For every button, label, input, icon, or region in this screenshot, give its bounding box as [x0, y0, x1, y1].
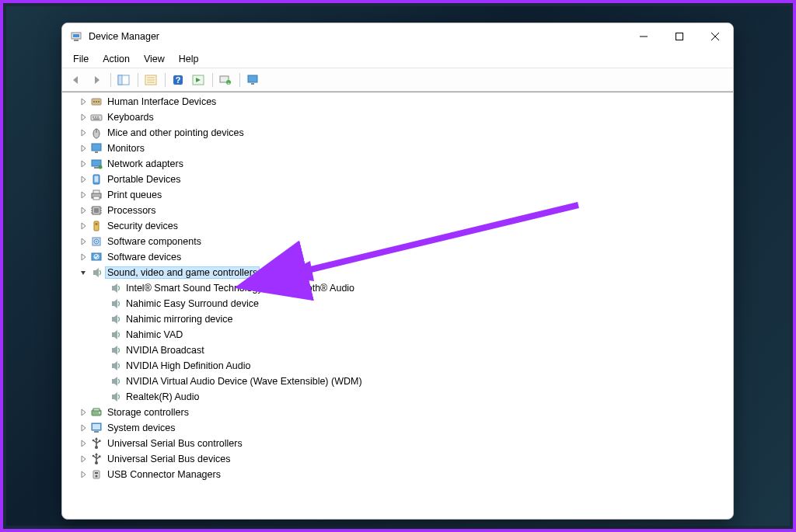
expander-spacer [96, 329, 107, 340]
tree-device[interactable]: Nahimic VAD [62, 327, 733, 342]
expander-icon[interactable] [78, 407, 89, 418]
svg-rect-1 [73, 34, 79, 37]
sound-icon [109, 313, 121, 325]
toolbar-separator [212, 73, 213, 87]
tree-category[interactable]: Sound, video and game controllers [62, 265, 733, 280]
expander-icon[interactable] [78, 454, 89, 464]
minimize-button[interactable] [626, 23, 662, 50]
svg-point-23 [93, 101, 95, 103]
expander-icon[interactable] [78, 190, 89, 200]
tree-category[interactable]: Human Interface Devices [62, 94, 733, 110]
expander-spacer [96, 360, 107, 371]
tree-category[interactable]: System devices [62, 420, 733, 436]
expander-icon[interactable] [78, 158, 89, 169]
printer-icon [90, 189, 103, 201]
tree-label: Network adapters [106, 158, 185, 169]
menu-action[interactable]: Action [96, 52, 136, 66]
tree-label: Software components [106, 236, 203, 247]
tree-device[interactable]: Nahimic mirroring device [62, 311, 733, 327]
menu-file[interactable]: File [67, 52, 95, 66]
expander-icon[interactable] [78, 143, 89, 154]
svg-marker-75 [114, 392, 117, 402]
expander-icon[interactable] [78, 252, 89, 263]
system-icon [90, 422, 103, 434]
expander-icon[interactable] [78, 438, 89, 449]
expander-icon[interactable] [78, 469, 89, 480]
monitor-button[interactable] [243, 71, 262, 89]
menu-help[interactable]: Help [173, 52, 205, 66]
svg-point-25 [98, 101, 100, 103]
tree-device[interactable]: Nahimic Easy Surround device [62, 296, 733, 311]
svg-rect-72 [112, 379, 114, 384]
svg-marker-73 [114, 377, 117, 386]
usbconn-icon [90, 468, 103, 481]
tree-category[interactable]: Software components [62, 234, 733, 249]
tree-label: USB Connector Managers [106, 469, 222, 480]
tree-category[interactable]: Storage controllers [62, 405, 733, 420]
tree-device[interactable]: Intel® Smart Sound Technology for Blueto… [62, 280, 733, 296]
tree-category[interactable]: Processors [62, 203, 733, 218]
svg-rect-94 [99, 456, 101, 458]
sound-icon [109, 297, 121, 310]
svg-text:+: + [227, 80, 230, 85]
tree-label: Storage controllers [106, 407, 190, 418]
tree-category[interactable]: Portable Devices [62, 172, 733, 187]
device-tree[interactable]: Human Interface DevicesKeyboardsMice and… [62, 92, 733, 519]
tree-label: Nahimic VAD [124, 329, 184, 340]
action-button[interactable] [189, 71, 208, 89]
expander-icon[interactable] [78, 174, 89, 185]
svg-rect-97 [95, 472, 98, 474]
maximize-button[interactable] [662, 23, 697, 50]
tree-category[interactable]: Print queues [62, 187, 733, 203]
tree-label: Nahimic mirroring device [124, 314, 235, 325]
tree-label: Sound, video and game controllers [106, 267, 259, 278]
tree-label: Monitors [106, 143, 146, 154]
scan-hardware-button[interactable]: + [216, 71, 235, 89]
close-button[interactable] [697, 23, 733, 50]
help-button[interactable]: ? [169, 71, 187, 89]
keyboard-icon [90, 111, 103, 123]
forward-button[interactable] [87, 71, 106, 89]
menu-view[interactable]: View [138, 52, 171, 66]
properties-button[interactable] [141, 71, 160, 89]
tree-label: Portable Devices [106, 174, 183, 185]
tree-category[interactable]: Universal Serial Bus devices [62, 451, 733, 467]
expander-icon[interactable] [78, 127, 89, 138]
expander-icon[interactable] [78, 112, 89, 123]
svg-marker-69 [114, 346, 117, 355]
back-button[interactable] [67, 71, 86, 89]
expander-icon[interactable] [78, 96, 89, 107]
tree-category[interactable]: Software devices [62, 249, 733, 265]
svg-rect-87 [99, 440, 101, 443]
svg-rect-66 [112, 332, 114, 337]
svg-marker-59 [96, 268, 99, 277]
svg-rect-51 [94, 221, 99, 231]
tree-category[interactable]: Keyboards [62, 110, 733, 125]
svg-marker-71 [114, 361, 117, 370]
tree-label: NVIDIA Broadcast [124, 345, 206, 356]
tree-device[interactable]: NVIDIA Virtual Audio Device (Wave Extens… [62, 374, 733, 389]
tree-label: NVIDIA High Definition Audio [124, 360, 253, 371]
tree-category[interactable]: USB Connector Managers [62, 467, 733, 482]
tree-category[interactable]: Mice and other pointing devices [62, 125, 733, 141]
window-controls [626, 23, 733, 50]
tree-device[interactable]: NVIDIA High Definition Audio [62, 358, 733, 374]
svg-rect-41 [93, 190, 100, 193]
show-hide-console-button[interactable] [114, 71, 133, 89]
expander-icon[interactable] [78, 236, 89, 247]
svg-marker-61 [114, 283, 117, 293]
expander-icon[interactable] [78, 221, 89, 231]
tree-category[interactable]: Monitors [62, 141, 733, 156]
expander-icon[interactable] [78, 205, 89, 216]
toolbar-separator [239, 73, 240, 87]
tree-category[interactable]: Network adapters [62, 156, 733, 172]
tree-device[interactable]: NVIDIA Broadcast [62, 342, 733, 358]
expander-icon[interactable] [78, 267, 89, 278]
svg-rect-80 [93, 424, 100, 429]
expander-icon[interactable] [78, 422, 89, 433]
svg-rect-44 [94, 208, 99, 213]
tree-category[interactable]: Security devices [62, 218, 733, 234]
tree-device[interactable]: Realtek(R) Audio [62, 389, 733, 405]
usb-icon [90, 453, 103, 465]
tree-category[interactable]: Universal Serial Bus controllers [62, 436, 733, 451]
